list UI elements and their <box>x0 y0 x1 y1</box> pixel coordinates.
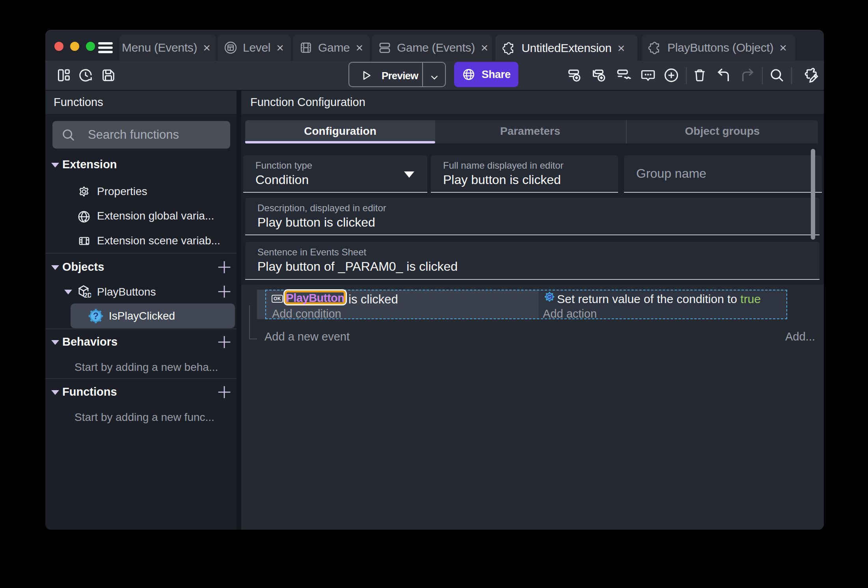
svg-text:?: ? <box>93 311 99 321</box>
